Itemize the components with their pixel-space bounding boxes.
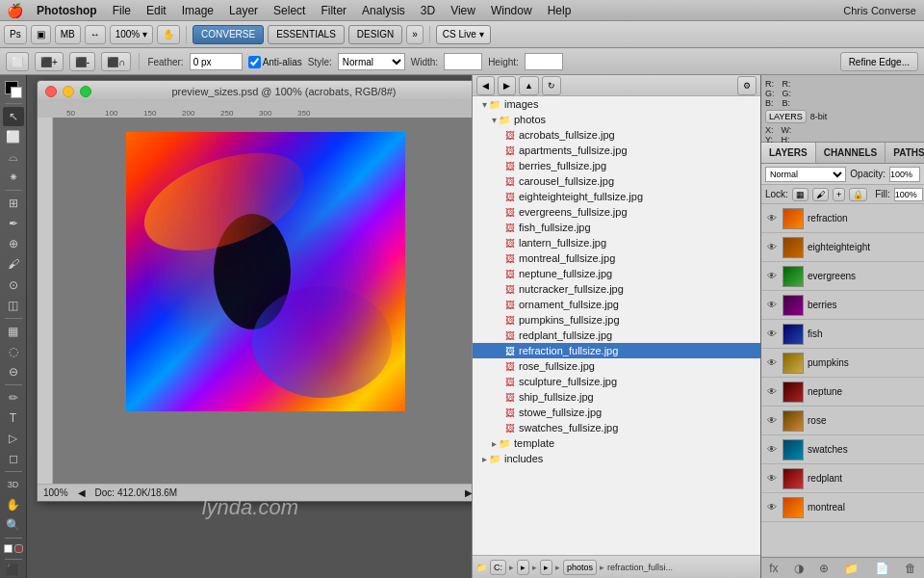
- menu-help[interactable]: Help: [540, 0, 579, 21]
- fb-tree-item[interactable]: 🖼rose_fullsize.jpg: [473, 358, 760, 374]
- apple-menu[interactable]: 🍎: [0, 3, 29, 18]
- tool-zoom[interactable]: 🔍: [3, 515, 24, 535]
- menu-window[interactable]: Window: [483, 0, 540, 21]
- quick-mask-btns[interactable]: [3, 541, 24, 556]
- layer-item[interactable]: 👁 neptune: [761, 378, 924, 407]
- layer-visibility-btn[interactable]: 👁: [765, 414, 779, 428]
- delete-layer-btn[interactable]: 🗑: [905, 562, 916, 575]
- fb-tree-item[interactable]: 🖼nutcracker_fullsize.jpg: [473, 281, 760, 297]
- new-group-btn[interactable]: 📁: [844, 562, 859, 575]
- win-close-btn[interactable]: [45, 86, 57, 97]
- menu-3d[interactable]: 3D: [413, 0, 443, 21]
- menu-layer[interactable]: Layer: [221, 0, 266, 21]
- new-fill-layer-btn[interactable]: ⊕: [819, 562, 829, 575]
- layer-item[interactable]: 👁 fish: [761, 320, 924, 349]
- layer-visibility-btn[interactable]: 👁: [765, 501, 779, 514]
- tool-hand-btn[interactable]: ✋: [157, 25, 180, 44]
- width-input[interactable]: [444, 53, 482, 70]
- layer-item[interactable]: 👁 rose: [761, 407, 924, 435]
- layers-mode-select[interactable]: Normal: [765, 167, 846, 182]
- lock-transparent-btn[interactable]: ▦: [792, 188, 808, 201]
- new-layer-btn[interactable]: 📄: [875, 562, 889, 575]
- fb-tree-item[interactable]: 🖼neptune_fullsize.jpg: [473, 266, 760, 281]
- cs-live-btn[interactable]: CS Live ▾: [436, 25, 491, 44]
- selection-new-btn[interactable]: ⬜: [6, 52, 29, 71]
- tool-dodge[interactable]: ⊖: [3, 362, 24, 381]
- menu-analysis[interactable]: Analysis: [354, 0, 413, 21]
- fb-tree-item[interactable]: 🖼acrobats_fullsize.jpg: [473, 127, 760, 143]
- lock-move-btn[interactable]: +: [833, 188, 845, 201]
- selection-intersect-btn[interactable]: ⬛∩: [101, 52, 131, 71]
- anti-alias-checkbox[interactable]: [248, 56, 261, 68]
- layer-visibility-btn[interactable]: 👁: [765, 270, 779, 283]
- tab-paths[interactable]: PATHS: [886, 143, 924, 163]
- tool-mb-btn[interactable]: MB: [55, 25, 81, 44]
- workspace-converse-btn[interactable]: CONVERSE: [192, 25, 264, 44]
- fb-tree-item[interactable]: 🖼pumpkins_fullsize.jpg: [473, 312, 760, 328]
- layer-visibility-btn[interactable]: 👁: [765, 241, 779, 254]
- tool-eyedropper[interactable]: ✒: [3, 214, 24, 233]
- fb-path-2[interactable]: ▸: [517, 560, 529, 575]
- fb-tree-item[interactable]: 🖼refraction_fullsize.jpg: [473, 343, 760, 358]
- new-layer-style-btn[interactable]: ◑: [794, 562, 804, 575]
- win-min-btn[interactable]: [63, 86, 74, 97]
- selection-add-btn[interactable]: ⬛+: [35, 52, 64, 71]
- menu-image[interactable]: Image: [174, 0, 221, 21]
- fg-bg-colors[interactable]: [3, 79, 24, 98]
- canvas-scroll-right[interactable]: ▶: [465, 487, 472, 498]
- layer-visibility-btn[interactable]: 👁: [765, 443, 779, 457]
- fb-nav-fwd[interactable]: ▶: [498, 76, 516, 95]
- tool-arrow-btn[interactable]: ↔: [85, 25, 106, 44]
- fb-tree-item[interactable]: ▾ 📁images: [473, 96, 760, 112]
- layer-item[interactable]: 👁 evergreens: [761, 262, 924, 291]
- fb-tree-item[interactable]: 🖼carousel_fullsize.jpg: [473, 173, 760, 189]
- lock-image-btn[interactable]: 🖌: [812, 188, 829, 201]
- layer-visibility-btn[interactable]: 👁: [765, 356, 779, 370]
- layer-item[interactable]: 👁 refraction: [761, 204, 924, 233]
- refine-edge-btn[interactable]: Refine Edge...: [840, 52, 918, 71]
- layer-item[interactable]: 👁 berries: [761, 291, 924, 320]
- height-input[interactable]: [525, 53, 563, 70]
- style-select[interactable]: Normal: [338, 53, 405, 70]
- layer-visibility-btn[interactable]: 👁: [765, 472, 779, 486]
- fb-tree-item[interactable]: 🖼sculpture_fullsize.jpg: [473, 374, 760, 389]
- fb-tree-item[interactable]: 🖼ornament_fullsize.jpg: [473, 297, 760, 312]
- fb-nav-back[interactable]: ◀: [476, 76, 495, 95]
- layer-visibility-btn[interactable]: 👁: [765, 299, 779, 312]
- tool-type[interactable]: T: [3, 408, 24, 428]
- menu-view[interactable]: View: [443, 0, 483, 21]
- workspace-more-btn[interactable]: »: [406, 25, 424, 44]
- workspace-essentials-btn[interactable]: ESSENTIALS: [268, 25, 345, 44]
- tool-clone[interactable]: ⊙: [3, 276, 24, 295]
- tool-shape[interactable]: ◻: [3, 449, 24, 468]
- layer-visibility-btn[interactable]: 👁: [765, 212, 779, 225]
- menu-file[interactable]: File: [105, 0, 139, 21]
- tool-eraser[interactable]: ◫: [3, 296, 24, 315]
- fb-path-c[interactable]: C:: [490, 560, 506, 575]
- layer-item[interactable]: 👁 redplant: [761, 464, 924, 493]
- tool-heal[interactable]: ⊕: [3, 234, 24, 253]
- tool-magic-wand[interactable]: ⁕: [3, 168, 24, 187]
- fb-tree-item[interactable]: 🖼stowe_fullsize.jpg: [473, 405, 760, 420]
- fb-tree-item[interactable]: 🖼fish_fullsize.jpg: [473, 220, 760, 235]
- feather-input[interactable]: [190, 53, 243, 70]
- tool-path-select[interactable]: ▷: [3, 429, 24, 448]
- fb-tree-item[interactable]: 🖼berries_fullsize.jpg: [473, 158, 760, 173]
- tool-lasso[interactable]: ⌓: [3, 147, 24, 167]
- menu-photoshop[interactable]: Photoshop: [29, 0, 105, 21]
- fb-tree-item[interactable]: 🖼swatches_fullsize.jpg: [473, 420, 760, 435]
- tool-blur[interactable]: ◌: [3, 342, 24, 361]
- layer-item[interactable]: 👁 eighteighteight: [761, 233, 924, 262]
- tool-select-rect[interactable]: ⬜: [3, 127, 24, 146]
- menu-filter[interactable]: Filter: [313, 0, 354, 21]
- tool-crop[interactable]: ⊞: [3, 194, 24, 213]
- tool-brush[interactable]: 🖌: [3, 254, 24, 274]
- menu-select[interactable]: Select: [266, 0, 313, 21]
- fb-nav-up[interactable]: ▲: [519, 76, 539, 95]
- win-max-btn[interactable]: [80, 86, 91, 97]
- lock-all-btn[interactable]: 🔒: [849, 188, 867, 201]
- tool-3d[interactable]: 3D: [3, 475, 24, 494]
- canvas-scroll-left[interactable]: ◀: [78, 487, 86, 498]
- fill-input[interactable]: [894, 188, 923, 201]
- fb-tree-item[interactable]: 🖼evergreens_fullsize.jpg: [473, 204, 760, 220]
